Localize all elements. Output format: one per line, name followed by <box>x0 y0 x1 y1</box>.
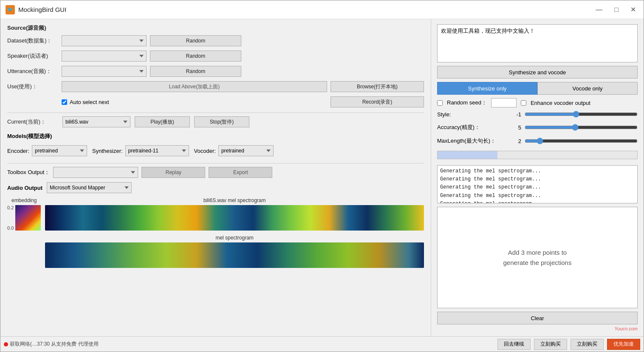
source-section-label: Source(源音频) <box>7 24 424 32</box>
speaker-label: Speaker(说话者) <box>7 52 58 60</box>
synth-vocode-button[interactable]: Synthesize and vocode <box>437 66 638 79</box>
spec2-title: mel spectrogram <box>45 235 424 241</box>
spectrogram-container: bili6S.wav mel spectrogram mel spectrogr… <box>45 197 424 268</box>
use-row: Use(使用)： Load Above(加载上面) Browse(打开本地) <box>7 81 424 92</box>
yaxis-bottom: 0.0 <box>7 225 14 231</box>
enhance-label: Enhance vocoder output <box>531 100 590 106</box>
vocode-only-button[interactable]: Vocode only <box>537 82 638 95</box>
auto-select-checkbox[interactable] <box>62 99 67 105</box>
dataset-random-button[interactable]: Random <box>150 35 241 46</box>
maximize-button[interactable]: □ <box>612 5 621 14</box>
enhance-vocoder-checkbox[interactable] <box>521 100 526 106</box>
buy-now-button-2[interactable]: 立刻购买 <box>571 339 604 350</box>
close-button[interactable]: ✕ <box>628 5 638 14</box>
projection-box: Add 3 more points to generate the projec… <box>437 207 638 308</box>
projection-text: Add 3 more points to generate the projec… <box>503 248 572 268</box>
dataset-label: Dataset(数据集)： <box>7 37 58 45</box>
go-back-button[interactable]: 回去继续 <box>497 339 531 350</box>
encoder-select[interactable]: pretrained <box>32 145 87 156</box>
vocoder-label: Vocoder: <box>194 148 216 154</box>
use-label: Use(使用)： <box>7 83 58 90</box>
minimize-button[interactable]: — <box>593 5 605 14</box>
browse-button[interactable]: Browse(打开本地) <box>330 81 424 92</box>
auto-select-label: Auto select next <box>70 99 109 105</box>
seed-row: Random seed： 0 Enhance vocoder output <box>437 98 638 107</box>
vocoder-select[interactable]: pretrained <box>218 145 274 156</box>
style-label: Style: <box>437 111 505 118</box>
synthesizer-item: Synthesizer: pretrained-11 <box>92 145 189 156</box>
clear-btn-row: Clear <box>437 312 638 324</box>
taskbar-item-1: 获取网络(…37:30 从支持免费 代理使用 <box>4 341 99 348</box>
seed-input[interactable]: 0 <box>491 98 517 107</box>
load-above-button[interactable]: Load Above(加载上面) <box>62 81 327 92</box>
taskbar: 获取网络(…37:30 从支持免费 代理使用 回去继续 立刻购买 立刻购买 优先… <box>0 336 644 352</box>
synthesize-only-button[interactable]: Synthesize only <box>437 82 537 95</box>
spectrogram-2 <box>45 242 424 268</box>
main-content: Source(源音频) Dataset(数据集)： Random Speaker… <box>0 19 644 336</box>
style-value: -1 <box>508 111 521 118</box>
current-row: Current(当前)： bili6S.wav Play(播放) Stop(暂停… <box>7 116 424 127</box>
clear-button[interactable]: Clear <box>437 312 638 324</box>
current-label: Current(当前)： <box>7 118 58 126</box>
log-line-3: Generating the mel spectrogram... <box>440 183 635 191</box>
progress-bar-fill <box>438 151 497 159</box>
accuracy-label: Accuracy(精度)： <box>437 124 505 131</box>
current-file-select[interactable]: bili6S.wav <box>62 116 130 127</box>
spec1-title: bili6S.wav mel spectrogram <box>45 197 424 203</box>
record-button[interactable]: Record(录音) <box>330 96 424 107</box>
buy-now-button-1[interactable]: 立刻购买 <box>534 339 567 350</box>
models-label: Models(模型选择) <box>7 132 424 140</box>
synthesizer-select[interactable]: pretrained-11 <box>125 145 189 156</box>
export-button[interactable]: Export <box>209 167 272 178</box>
window-title: MockingBird GUI <box>18 6 593 13</box>
accuracy-row: Accuracy(精度)： 5 <box>437 124 638 131</box>
audio-output-section: embedding 0.2 0.0 bili6S.wav mel spectro… <box>7 197 424 268</box>
speaker-row: Speaker(说话者) Random <box>7 51 424 62</box>
random-seed-label: Random seed： <box>447 99 487 107</box>
maxlength-row: MaxLength(最大句长)： 2 <box>437 137 638 145</box>
log-line-5: Generating the mel spectrogram... <box>440 200 635 203</box>
maxlength-label: MaxLength(最大句长)： <box>437 137 505 145</box>
progress-bar-container <box>437 151 638 159</box>
log-line-2: Generating the mel spectrogram... <box>440 175 635 183</box>
watermark: Yuucn.com <box>437 326 638 331</box>
toolbox-output-select[interactable] <box>53 167 138 178</box>
embedding-image <box>15 205 41 231</box>
app-icon: 🐦 <box>6 5 15 14</box>
play-button[interactable]: Play(播放) <box>135 116 190 127</box>
maxlength-slider[interactable] <box>525 138 638 144</box>
embedding-box: embedding 0.2 0.0 <box>7 197 41 231</box>
style-row: Style: -1 <box>437 111 638 118</box>
utterance-label: Utterance(音频)： <box>7 68 58 75</box>
dataset-select[interactable] <box>62 35 147 46</box>
accuracy-slider[interactable] <box>525 124 638 131</box>
style-slider[interactable] <box>525 111 638 118</box>
speaker-select[interactable] <box>62 51 147 62</box>
synthesizer-label: Synthesizer: <box>92 148 123 154</box>
status-dot <box>4 342 8 346</box>
log-line-1: Generating the mel spectrogram... <box>440 167 635 175</box>
utterance-random-button[interactable]: Random <box>150 66 241 77</box>
audio-device-select[interactable]: Microsoft Sound Mapper <box>47 182 132 193</box>
encoder-item: Encoder: pretrained <box>7 145 87 156</box>
accuracy-value: 5 <box>508 124 521 131</box>
taskbar-text: 获取网络(…37:30 从支持免费 代理使用 <box>10 341 99 348</box>
left-panel: Source(源音频) Dataset(数据集)： Random Speaker… <box>0 19 431 336</box>
text-input[interactable]: 欢迎使用工具箱，现已支持中文输入！ <box>437 24 638 62</box>
replay-button[interactable]: Replay <box>141 167 205 178</box>
yaxis-labels: 0.2 0.0 <box>7 205 14 231</box>
right-panel: 欢迎使用工具箱，现已支持中文输入！ Synthesize and vocode … <box>431 19 644 336</box>
maxlength-value: 2 <box>508 138 521 144</box>
spectrogram-1 <box>45 205 424 231</box>
auto-select-row: Auto select next <box>62 99 109 105</box>
audio-output-row: Audio Output Microsoft Sound Mapper <box>7 182 424 193</box>
toolbox-label: Toolbox Output： <box>7 169 50 176</box>
dataset-row: Dataset(数据集)： Random <box>7 35 424 46</box>
stop-button[interactable]: Stop(暂停) <box>194 116 249 127</box>
utterance-select[interactable] <box>62 66 147 77</box>
toolbox-row: Toolbox Output： Replay Export <box>7 167 424 178</box>
speaker-random-button[interactable]: Random <box>150 51 241 62</box>
priority-speed-button[interactable]: 优先加速 <box>607 339 640 350</box>
random-seed-checkbox[interactable] <box>437 100 443 106</box>
embedding-label: embedding <box>11 197 37 203</box>
